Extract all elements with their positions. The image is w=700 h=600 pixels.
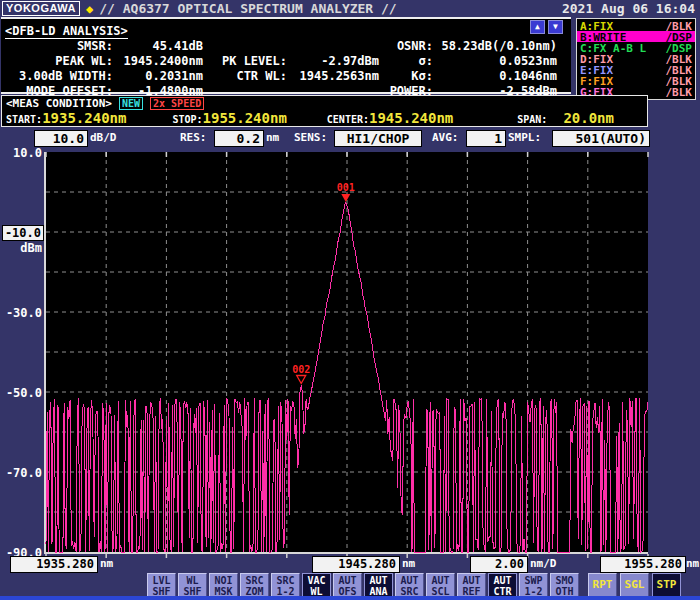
x-start-field[interactable]: 1935.280 [10, 556, 98, 573]
sweep-key-bar: RPTSGLSTP [588, 573, 681, 597]
analysis-row-3: 3.00dB WIDTH: 0.2031nm CTR WL: 1945.2563… [1, 69, 571, 84]
diamond-icon: ◆ [86, 3, 93, 15]
softkey-bar: LVLSHFWLSHFNOIMSKSRCZOMSRC1-2VACWLAUTOFS… [147, 573, 579, 597]
sigma-value: 0.0523nm [433, 54, 557, 69]
width-label: 3.00dB WIDTH: [1, 69, 113, 84]
trace-mode: /BLK [666, 64, 693, 75]
x-center-field[interactable]: 1945.280 [312, 556, 400, 573]
trace-row-e[interactable]: E:FIX/BLK [577, 64, 695, 75]
sens-field[interactable]: HI1/CHOP [334, 130, 422, 147]
center-label: CENTER: [327, 114, 369, 125]
trace-mode: /DSP [666, 42, 693, 53]
res-field[interactable]: 0.2 [214, 130, 264, 147]
res-unit: nm [266, 131, 279, 145]
softkey-vac-wl[interactable]: VACWL [302, 573, 331, 597]
sweep-key-stp[interactable]: STP [652, 573, 681, 597]
softkey-swp-1-2[interactable]: SWP1-2 [519, 573, 548, 597]
trace-mode: /BLK [666, 53, 693, 64]
osa-screen: YOKOGAWA ◆ // AQ6377 OPTICAL SPECTRUM AN… [0, 0, 700, 600]
osnr-value: 58.23dB(/0.10nm) [433, 39, 557, 54]
yokogawa-logo: YOKOGAWA [2, 1, 80, 16]
trace-row-c[interactable]: C:FX A-B L/DSP [577, 42, 695, 53]
smsr-label: SMSR: [1, 39, 113, 54]
softkey-src-1-2[interactable]: SRC1-2 [271, 573, 300, 597]
spectrum-svg: 001002 [46, 152, 648, 558]
softkey-aut-ana[interactable]: AUTANA [364, 573, 393, 597]
app-title: // AQ6377 OPTICAL SPECTRUM ANALYZER // [99, 1, 396, 16]
width-value: 0.2031nm [113, 69, 203, 84]
x-stop-field[interactable]: 1955.280 [600, 556, 686, 573]
softkey-wl-shf[interactable]: WLSHF [178, 573, 207, 597]
span-value[interactable]: 20.0nm [563, 110, 614, 126]
analysis-row-1: SMSR: 45.41dB OSNR: 58.23dB(/0.10nm) [1, 39, 571, 54]
ctr-wl-label: CTR WL: [203, 69, 287, 84]
trace-name: E:FIX [580, 64, 613, 75]
bottom-strip [0, 596, 700, 600]
start-label: START: [6, 114, 42, 125]
ref-level-field[interactable]: -10.0 [2, 225, 44, 241]
smsr-value: 45.41dB [113, 39, 203, 54]
x-scale-field[interactable]: 2.00 [470, 556, 528, 573]
peak-wl-value: 1945.2400nm [113, 54, 203, 69]
sweep-key-sgl[interactable]: SGL [620, 573, 649, 597]
level-scale-unit: dB/D [90, 131, 117, 145]
y-axis-label-30: -30.0 [0, 306, 42, 320]
meas-condition-panel: <MEAS CONDITION> NEW 2x SPEED START: 193… [1, 95, 648, 127]
x-stop-unit: nm [686, 556, 699, 572]
trace-mode: /BLK [666, 20, 693, 31]
softkey-aut-ref[interactable]: AUTREF [457, 573, 486, 597]
stop-value[interactable]: 1955.240nm [203, 110, 287, 126]
softkey-lvl-shf[interactable]: LVLSHF [147, 573, 176, 597]
trace-mode: /BLK [666, 75, 693, 86]
header-bar: YOKOGAWA ◆ // AQ6377 OPTICAL SPECTRUM AN… [0, 0, 700, 17]
stop-label: STOP: [172, 114, 202, 125]
trace-row-f[interactable]: F:FIX/BLK [577, 75, 695, 86]
trace-row-a[interactable]: A:FIX/BLK [577, 20, 695, 31]
trace-name: A:FIX [580, 20, 613, 31]
smpl-field[interactable]: 501(AUTO) [552, 130, 650, 147]
trace-list: A:FIX/BLKB:WRITE/DSPC:FX A-B L/DSPD:FIX/… [577, 20, 695, 97]
softkey-src-zom[interactable]: SRCZOM [240, 573, 269, 597]
plot-area: 001002 [44, 152, 648, 554]
new-badge: NEW [119, 97, 143, 110]
softkey-noi-msk[interactable]: NOIMSK [209, 573, 238, 597]
speed-badge: 2x SPEED [150, 97, 204, 110]
res-label: RES: [180, 131, 207, 145]
analysis-row-2: PEAK WL: 1945.2400nm PK LEVEL: -2.97dBm … [1, 54, 571, 69]
softkey-aut-scl[interactable]: AUTSCL [426, 573, 455, 597]
y-axis-label-50: -50.0 [0, 386, 42, 400]
ksigma-label: Kσ: [379, 69, 433, 84]
y-axis-label-70: -70.0 [0, 466, 42, 480]
osnr-label: OSNR: [379, 39, 433, 54]
level-scale-field[interactable]: 10.0 [34, 130, 88, 147]
clock: 2021 Aug 06 16:04 [562, 1, 695, 16]
trace-row-b[interactable]: B:WRITE/DSP [577, 31, 695, 42]
analysis-scroll-buttons: ▲ ▼ [530, 20, 563, 34]
sens-label: SENS: [294, 131, 327, 145]
trace-panel: A:FIX/BLKB:WRITE/DSPC:FX A-B L/DSPD:FIX/… [576, 18, 696, 100]
ksigma-value: 0.1046nm [433, 69, 557, 84]
softkey-smo-oth[interactable]: SMOOTH [550, 573, 579, 597]
softkey-aut-src[interactable]: AUTSRC [395, 573, 424, 597]
y-axis-label-top: 10.0 [0, 146, 42, 160]
trace-name: F:FIX [580, 75, 613, 86]
pk-level-label: PK LEVEL: [203, 54, 287, 69]
x-start-unit: nm [100, 556, 113, 572]
trace-name: D:FIX [580, 53, 613, 64]
softkey-aut-ctr[interactable]: AUTCTR [488, 573, 517, 597]
scroll-up-icon[interactable]: ▲ [530, 20, 545, 34]
scroll-down-icon[interactable]: ▼ [548, 20, 563, 34]
sigma-label: σ: [379, 54, 433, 69]
sweep-key-rpt[interactable]: RPT [588, 573, 617, 597]
center-value[interactable]: 1945.240nm [369, 110, 453, 126]
avg-field[interactable]: 1 [466, 130, 506, 147]
x-center-unit: nm [402, 556, 415, 572]
trace-name: C:FX A-B L [580, 42, 646, 53]
softkey-aut-ofs[interactable]: AUTOFS [333, 573, 362, 597]
svg-text:001: 001 [337, 182, 355, 193]
trace-mode: /DSP [666, 31, 693, 42]
start-value[interactable]: 1935.240nm [42, 110, 126, 126]
trace-mode: /BLK [666, 86, 693, 97]
trace-name: B:WRITE [580, 31, 626, 42]
svg-text:002: 002 [292, 364, 310, 375]
